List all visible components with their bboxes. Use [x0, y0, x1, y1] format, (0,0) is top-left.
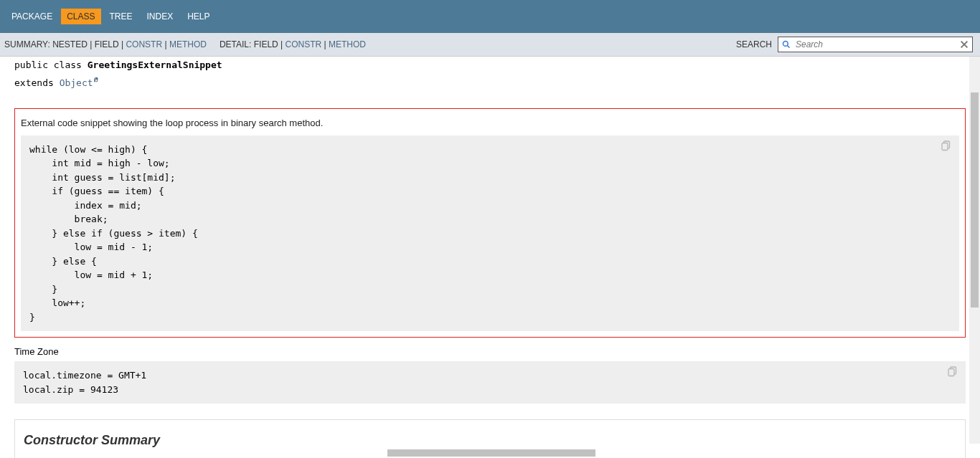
timezone-label: Time Zone [14, 346, 966, 357]
timezone-code: local.timezone = GMT+1 local.zip = 94123 [14, 361, 966, 404]
clear-icon[interactable] [958, 39, 970, 50]
class-signature: public class GreetingsExternalSnippet ex… [14, 58, 966, 91]
timezone-code-text: local.timezone = GMT+1 local.zip = 94123 [23, 370, 146, 395]
extends-prefix: extends [14, 77, 60, 88]
summary-constr[interactable]: CONSTR [126, 39, 162, 49]
vertical-scrollbar[interactable] [969, 57, 980, 444]
search-box[interactable] [778, 37, 973, 52]
horizontal-scrollbar[interactable] [0, 447, 969, 458]
sub-nav: SUMMARY: NESTED | FIELD | CONSTR | METHO… [0, 33, 980, 57]
search-label: SEARCH [736, 39, 772, 49]
snippet-code: while (low <= high) { int mid = high - l… [21, 135, 959, 332]
detail-label: DETAIL: [220, 39, 251, 49]
scrollbar-thumb[interactable] [971, 92, 979, 307]
nav-index[interactable]: INDEX [141, 9, 179, 24]
copy-icon[interactable] [947, 366, 960, 378]
detail-constr[interactable]: CONSTR [286, 39, 322, 49]
summary-nested: NESTED [52, 39, 88, 49]
copy-icon[interactable] [941, 140, 953, 153]
external-link-icon [94, 72, 100, 87]
svg-rect-8 [948, 369, 954, 376]
search-icon [781, 39, 791, 49]
snippet-description: External code snippet showing the loop p… [21, 118, 959, 128]
svg-point-0 [783, 42, 788, 47]
summary-method[interactable]: METHOD [169, 39, 207, 49]
snippet-block: External code snippet showing the loop p… [14, 108, 966, 338]
svg-rect-6 [942, 143, 948, 150]
nav-tree[interactable]: TREE [104, 9, 138, 24]
svg-line-1 [788, 46, 790, 48]
scrollbar-thumb-horizontal[interactable] [387, 449, 595, 457]
signature-prefix: public class [14, 59, 88, 70]
constructor-summary-title: Constructor Summary [24, 433, 956, 448]
superclass-link[interactable]: Object [60, 77, 93, 88]
class-name: GreetingsExternalSnippet [88, 59, 222, 70]
detail-method[interactable]: METHOD [329, 39, 366, 49]
snippet-code-text: while (low <= high) { int mid = high - l… [29, 144, 198, 323]
search-input[interactable] [794, 39, 956, 50]
detail-field: FIELD [254, 39, 278, 49]
nav-package[interactable]: PACKAGE [6, 9, 58, 24]
summary-field: FIELD [95, 39, 119, 49]
summary-label: SUMMARY: [4, 39, 50, 49]
nav-class[interactable]: CLASS [61, 9, 100, 24]
main-content: public class GreetingsExternalSnippet ex… [0, 57, 980, 458]
top-nav: PACKAGECLASSTREEINDEXHELP [0, 0, 980, 33]
nav-help[interactable]: HELP [182, 9, 215, 24]
